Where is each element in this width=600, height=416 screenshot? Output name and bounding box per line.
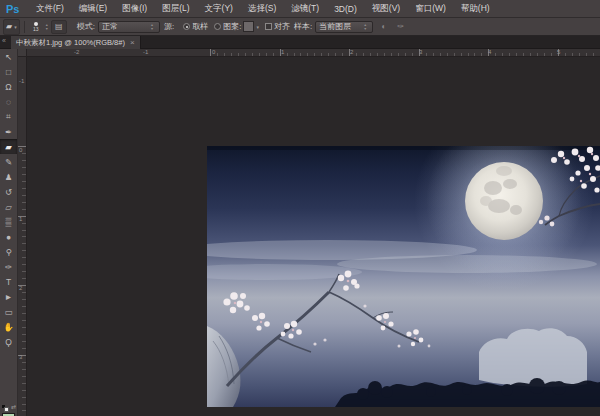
caret-down-icon: ▾ [14,24,17,30]
tool-preset-picker[interactable]: ▰ ▾ [3,19,20,35]
menu-layer[interactable]: 图层(L) [155,3,197,15]
history-brush-tool[interactable]: ↺ [0,184,17,199]
menu-image[interactable]: 图像(I) [115,3,155,15]
aligned-checkbox[interactable] [265,23,272,30]
color-swatches: ⇄ [0,405,18,416]
close-icon[interactable]: × [130,38,135,47]
sampled-radio[interactable] [183,23,190,30]
ruler-label: 0 [212,49,215,55]
toggle-brush-panel-button[interactable]: ▤ [51,20,67,34]
pasteboard [27,57,600,416]
dodge-tool[interactable]: ⚲ [0,244,17,259]
pattern-picker[interactable] [243,21,254,32]
ruler-label: 2 [350,49,353,55]
menu-filter[interactable]: 滤镜(T) [284,3,327,15]
brush-preset-picker[interactable]: 13 [29,19,43,34]
healing-brush-icon: ▰ [5,142,12,152]
eraser-tool[interactable]: ▱ [0,199,17,214]
tree-silhouettes [335,378,600,407]
healing-brush-tool[interactable]: ▰ [0,139,17,154]
quick-selection-tool[interactable]: ◌ [0,94,17,109]
menu-select[interactable]: 选择(S) [240,3,283,15]
sample-value: 当前图层 [319,21,361,32]
type-tool[interactable]: T [0,274,17,289]
clone-stamp-tool[interactable]: ♟ [0,169,17,184]
blur-icon: ● [6,232,11,242]
pen-tool[interactable]: ✑ [0,259,17,274]
clone-stamp-icon: ♟ [5,172,13,182]
zoom-tool[interactable]: Ϙ [0,334,17,349]
document-tab-bar: « 中秋素材1.jpg @ 100%(RGB/8#) × [0,36,600,49]
cloud [479,328,587,387]
blur-tool[interactable]: ● [0,229,17,244]
document-canvas[interactable] [207,146,600,407]
eyedropper-tool[interactable]: ✒ [0,124,17,139]
mode-label: 模式: [77,21,95,32]
menu-view[interactable]: 视图(V) [364,3,407,15]
separator [24,21,25,33]
photoshop-logo: Ps [6,3,19,15]
panel-icon: ▤ [55,22,63,31]
move-tool[interactable]: ↖ [0,49,17,64]
menu-window[interactable]: 窗口(W) [408,3,454,15]
quick-selection-icon: ◌ [6,97,11,107]
blossom-branch-bottom-left [223,271,430,386]
dodge-icon: ⚲ [5,247,11,257]
options-bar: ▰ ▾ 13 ▴ ▾ ▤ 模式: 正常 ▴▾ 源: 取样 图案: ▾ 对齐 [0,18,600,36]
eraser-icon: ▱ [5,202,12,212]
ruler-label: 1 [281,49,284,55]
document-tab[interactable]: 中秋素材1.jpg @ 100%(RGB/8#) × [11,36,141,49]
rectangular-marquee-tool[interactable]: □ [0,64,17,79]
rock [207,326,240,407]
spin-down-icon: ▾ [46,27,48,30]
caret-down-icon: ▾ [256,24,259,30]
mode-dropdown[interactable]: 正常 ▴▾ [98,21,160,33]
path-selection-icon: ► [4,292,12,302]
type-icon: T [6,277,11,287]
pattern-label: 图案: [223,21,241,32]
ruler-label: -1 [143,49,148,55]
menu-edit[interactable]: 编辑(E) [71,3,114,15]
zoom-icon: Ϙ [5,337,12,347]
default-colors-icon[interactable] [2,405,8,411]
hand-tool[interactable]: ✋ [0,319,17,334]
crop-icon: ⌗ [6,111,11,122]
brush-size-value: 13 [33,27,39,31]
gradient-tool[interactable]: ▒ [0,214,17,229]
horizontal-ruler[interactable]: -2 -1 0 1 2 3 4 5 [27,49,600,57]
lasso-tool[interactable]: Ω [0,79,17,94]
menu-type[interactable]: 文字(Y) [197,3,240,15]
ruler-label: 4 [488,49,491,55]
ruler-label: 2 [19,285,22,291]
lasso-icon: Ω [5,82,11,92]
crop-tool[interactable]: ⌗ [0,109,17,124]
menu-file[interactable]: 文件(F) [28,3,71,15]
marquee-icon: □ [6,67,11,77]
healing-brush-icon: ▰ [6,22,12,31]
ignore-adjustment-layers-button[interactable]: ◐ [377,21,390,33]
sample-dropdown[interactable]: 当前图层 ▴▾ [315,21,373,33]
move-icon: ↖ [5,52,12,62]
ruler-label: -2 [74,49,79,55]
menu-help[interactable]: 帮助(H) [453,3,497,15]
pen-pressure-size-button[interactable]: ✑ [394,21,407,33]
ruler-corner [18,49,27,57]
menu-3d[interactable]: 3D(D) [327,4,365,14]
brush-tool[interactable]: ✎ [0,154,17,169]
pattern-radio[interactable] [214,23,221,30]
brush-icon: ✎ [5,157,12,167]
document-tab-title: 中秋素材1.jpg @ 100%(RGB/8#) [16,38,125,48]
swap-colors-icon[interactable]: ⇄ [11,403,16,410]
aligned-label: 对齐 [274,21,290,32]
gradient-icon: ▒ [5,217,11,227]
rectangle-shape-tool[interactable]: ▭ [0,304,17,319]
tab-overflow-icon[interactable]: « [2,37,6,44]
tools-panel: ↖ □ Ω ◌ ⌗ ✒ ▰ ✎ ♟ ↺ ▱ ▒ ● ⚲ ✑ T ► ▭ ✋ Ϙ … [0,49,18,416]
ruler-label: 1 [19,216,22,222]
brush-preset-spinner[interactable]: ▴ ▾ [46,23,48,29]
path-selection-tool[interactable]: ► [0,289,17,304]
mode-value: 正常 [102,21,148,32]
ruler-label: 5 [557,49,560,55]
vertical-ruler[interactable]: -1 0 1 2 3 [18,57,27,416]
sample-label: 样本: [294,21,312,32]
